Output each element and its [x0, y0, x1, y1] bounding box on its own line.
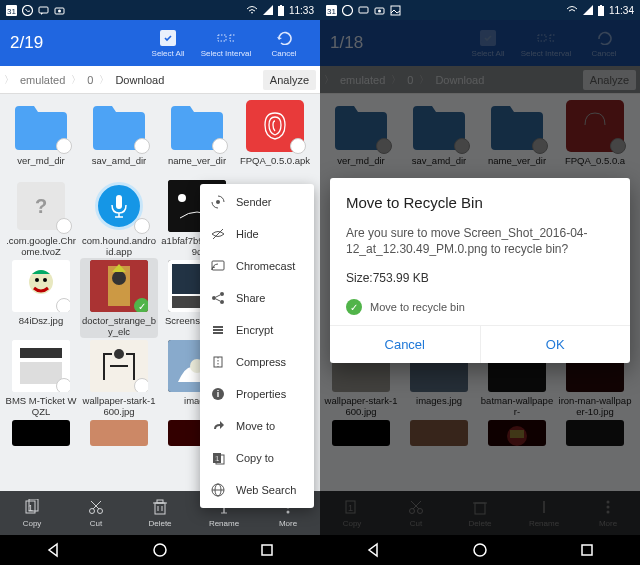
recycle-dialog: Move to Recycle Bin Are you sure to move… [330, 178, 630, 363]
svg-rect-64 [262, 545, 272, 555]
svg-point-67 [343, 5, 353, 15]
screen-left: 31 11:33 2/19 Select All Select Interval [0, 0, 320, 565]
image-item[interactable]: wallpaper-stark-1600.jpg [80, 338, 158, 418]
status-time: 11:34 [609, 5, 634, 16]
menu-copyto[interactable]: 1Copy to [200, 442, 314, 474]
svg-rect-71 [391, 6, 400, 15]
thumbnail [90, 260, 148, 312]
svg-point-62 [287, 511, 290, 514]
camera-icon [54, 5, 65, 16]
signal-icon [583, 5, 593, 15]
select-interval-button[interactable]: Select Interval [200, 29, 252, 58]
file-item[interactable]: ?.com.google.Chrome.tvoZ [2, 178, 80, 258]
image-item[interactable] [80, 418, 158, 447]
menu-websearch[interactable]: Web Search [200, 474, 314, 506]
svg-rect-3 [39, 7, 48, 13]
svg-rect-68 [359, 7, 368, 13]
back-button[interactable] [43, 540, 63, 560]
globe-icon [210, 482, 226, 498]
crumb[interactable]: 0 [85, 72, 95, 88]
svg-point-30 [216, 200, 220, 204]
recent-button[interactable] [577, 540, 597, 560]
menu-chromecast[interactable]: Chromecast [200, 250, 314, 282]
cancel-button[interactable]: Cancel [258, 29, 310, 58]
trash-icon [151, 498, 169, 516]
check-icon: ✓ [346, 299, 362, 315]
select-all-button[interactable]: Select All [142, 29, 194, 58]
recent-button[interactable] [257, 540, 277, 560]
svg-point-53 [98, 509, 103, 514]
image-item[interactable]: BMS M-Ticket WQZL [2, 338, 80, 418]
calendar-icon: 31 [6, 5, 17, 16]
chat-icon [38, 5, 49, 16]
sender-icon [210, 194, 226, 210]
svg-point-19 [112, 271, 126, 285]
cut-button[interactable]: Cut [64, 491, 128, 535]
dialog-ok-button[interactable]: OK [481, 326, 631, 363]
crumb[interactable]: emulated [18, 72, 67, 88]
thumbnail [12, 340, 70, 392]
screen-right: 31 11:34 1/18 Select All Select Inte [320, 0, 640, 565]
home-button[interactable] [470, 540, 490, 560]
svg-text:31: 31 [7, 7, 16, 16]
menu-compress[interactable]: Compress [200, 346, 314, 378]
svg-rect-9 [230, 35, 235, 41]
svg-point-2 [23, 5, 33, 15]
chevron-icon: 〉 [4, 73, 14, 87]
crumb-current[interactable]: Download [113, 72, 166, 88]
file-item[interactable]: com.hound.android.app [80, 178, 158, 258]
dialog-cancel-button[interactable]: Cancel [330, 326, 481, 363]
svg-point-63 [154, 544, 166, 556]
svg-rect-72 [598, 6, 604, 16]
dialog-checkbox[interactable]: ✓ Move to recycle bin [346, 299, 614, 315]
dialog-message: Are you sure to move Screen_Shot_2016-04… [346, 225, 614, 257]
scissors-icon [87, 498, 105, 516]
share-icon [210, 290, 226, 306]
undo-icon [275, 29, 293, 47]
arrow-icon [210, 418, 226, 434]
home-button[interactable] [150, 540, 170, 560]
camera-icon [374, 5, 385, 16]
copy-icon: 1 [210, 450, 226, 466]
svg-point-16 [43, 278, 47, 282]
analyze-button[interactable]: Analyze [263, 70, 316, 90]
nav-bar [320, 535, 640, 565]
folder-item[interactable]: ver_md_dir [2, 98, 80, 178]
svg-point-52 [90, 509, 95, 514]
svg-point-33 [220, 292, 224, 296]
menu-share[interactable]: Share [200, 282, 314, 314]
menu-encrypt[interactable]: Encrypt [200, 314, 314, 346]
menu-sender[interactable]: Sender [200, 186, 314, 218]
back-button[interactable] [363, 540, 383, 560]
svg-rect-24 [20, 348, 62, 358]
svg-point-15 [35, 278, 39, 282]
copy-button[interactable]: 1Copy [0, 491, 64, 535]
status-time: 11:33 [289, 5, 314, 16]
svg-rect-6 [278, 6, 284, 16]
folder-item[interactable]: sav_amd_dir [80, 98, 158, 178]
image-item[interactable] [2, 418, 80, 447]
svg-rect-73 [600, 5, 602, 6]
chromecast-icon [210, 258, 226, 274]
thumbnail [12, 420, 70, 446]
chevron-icon: 〉 [71, 73, 81, 87]
wifi-icon [566, 5, 578, 15]
nav-bar [0, 535, 320, 565]
thumbnail [90, 340, 148, 392]
whatsapp-icon [342, 5, 353, 16]
battery-icon [278, 5, 284, 16]
info-icon: i [210, 386, 226, 402]
action-bar: 2/19 Select All Select Interval Cancel [0, 20, 320, 66]
svg-rect-7 [280, 5, 282, 6]
image-item[interactable]: 84iDsz.jpg [2, 258, 80, 338]
svg-point-34 [212, 296, 216, 300]
svg-line-31 [213, 229, 223, 239]
svg-rect-10 [116, 195, 122, 209]
delete-button[interactable]: Delete [128, 491, 192, 535]
apk-item[interactable]: FPQA_0.5.0.apk [236, 98, 314, 178]
image-item-selected[interactable]: doctor_strange_by_elc [80, 258, 158, 338]
menu-hide[interactable]: Hide [200, 218, 314, 250]
menu-moveto[interactable]: Move to [200, 410, 314, 442]
menu-properties[interactable]: iProperties [200, 378, 314, 410]
folder-item[interactable]: name_ver_dir [158, 98, 236, 178]
